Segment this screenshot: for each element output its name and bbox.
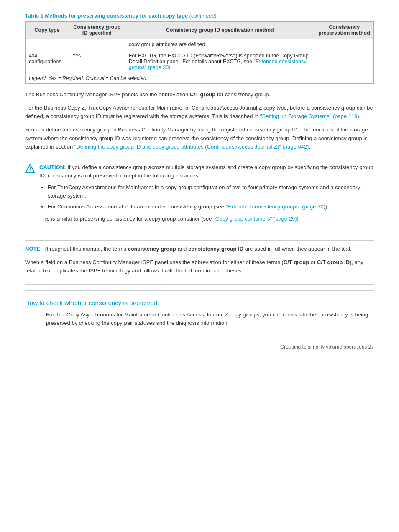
p3-end: . xyxy=(309,144,310,150)
page-footer: Grouping to simplify volume operations 2… xyxy=(25,344,374,350)
bold-ct-group: C/T group xyxy=(190,91,215,98)
divider-3 xyxy=(25,290,374,291)
note-bold-cg: consistency group xyxy=(128,246,176,252)
note-text-start: Throughout this manual, the terms xyxy=(42,246,128,252)
paragraph-2: For the Business Copy Z, TrueCopy Asynch… xyxy=(25,104,374,121)
col-header-copy-type: Copy type xyxy=(26,22,69,39)
list-item: For TrueCopy Asynchronous for Mainframe:… xyxy=(48,183,374,200)
note-label: NOTE: xyxy=(25,246,42,252)
caution-footer-end: ). xyxy=(297,216,300,222)
bullet2-end: ). xyxy=(325,203,329,210)
col-header-cg-specified: Consistency group ID specified xyxy=(69,22,125,39)
note-p2-start: When a field on a Business Continuity Ma… xyxy=(25,259,284,265)
legend-row: Legend: Yes = Required, Optional = Can b… xyxy=(26,73,374,84)
cell-copy-type-2: 4x4 configurations xyxy=(26,50,69,73)
note-mid3: or xyxy=(309,259,317,265)
divider-1 xyxy=(25,157,374,157)
paragraph-3: You can define a consistency group in Bu… xyxy=(25,126,374,151)
caption-text: Table 1 Methods for preserving consisten… xyxy=(25,13,188,19)
storage-systems-link[interactable]: "Setting up Storage Systems" (page 119) xyxy=(260,113,359,119)
methods-table: Copy type Consistency group ID specified… xyxy=(25,21,374,84)
paragraph-1: The Business Continuity Manager ISPF pan… xyxy=(25,90,374,99)
extended-cg-link-2[interactable]: "Extended consistency groups" (page 30) xyxy=(226,203,325,210)
caution-bold-not: not xyxy=(83,172,92,179)
cell-cg-specified-1 xyxy=(69,39,125,50)
cell-cg-method-1: copy group attributes are defined. xyxy=(125,39,315,50)
caution-text-end: preserved, except in the following insta… xyxy=(92,172,200,179)
note-bold-cgid: consistency group ID xyxy=(188,246,243,252)
svg-text:!: ! xyxy=(29,167,31,172)
note-mid1: and xyxy=(176,246,188,252)
table-row: copy group attributes are defined. xyxy=(26,39,374,50)
cell-cg-method-2: For EXCTG, the EXCTG ID (Forward/Reverse… xyxy=(125,50,315,73)
caution-block: ! CAUTION: If you define a consistency g… xyxy=(25,163,374,228)
caution-content: CAUTION: If you define a consistency gro… xyxy=(39,163,374,228)
caution-bullet-list: For TrueCopy Asynchronous for Mainframe:… xyxy=(48,183,374,211)
caution-text: CAUTION: If you define a consistency gro… xyxy=(39,163,374,180)
note-bold-ctgroup: C/T group xyxy=(284,259,309,265)
note-bold-ctgroupid: C/T group ID xyxy=(317,259,350,265)
cg-method-end: . xyxy=(170,64,171,70)
p2-end: . xyxy=(359,113,361,119)
divider-2 xyxy=(25,234,374,234)
copy-group-containers-link[interactable]: "Copy group containers" (page 29) xyxy=(213,216,297,222)
caution-label: CAUTION: xyxy=(39,164,66,170)
list-item: For Continuous Access Journal Z: In an e… xyxy=(48,203,374,211)
caution-footer-start: This is similar to preserving consistenc… xyxy=(39,216,213,222)
footer-text: Grouping to simplify volume operations 2… xyxy=(280,344,374,350)
bullet2-start: For Continuous Access Journal Z: In an e… xyxy=(48,203,226,210)
cell-preservation-1 xyxy=(315,39,374,50)
defining-copy-group-link[interactable]: "Defining the copy group ID and copy gro… xyxy=(74,144,309,150)
note-mid2: are used in full when they appear in the… xyxy=(243,246,352,252)
table-caption: Table 1 Methods for preserving consisten… xyxy=(25,13,374,19)
note-block: NOTE: Throughout this manual, the terms … xyxy=(25,240,374,285)
note-paragraph-2: When a field on a Business Continuity Ma… xyxy=(25,258,374,275)
col-header-preservation: Consistency preservation method xyxy=(315,22,374,39)
cell-copy-type-1 xyxy=(26,39,69,50)
table-row: 4x4 configurations Yes For EXCTG, the EX… xyxy=(26,50,374,73)
col-header-cg-method: Consistency group ID specification metho… xyxy=(125,22,315,39)
section-paragraph: For TrueCopy Asynchronous for Mainframe … xyxy=(25,311,374,327)
caption-continued: (continued) xyxy=(189,13,217,19)
content-section: The Business Continuity Manager ISPF pan… xyxy=(25,90,374,327)
cell-cg-specified-2: Yes xyxy=(69,50,125,73)
cell-preservation-2 xyxy=(315,50,374,73)
caution-footer: This is similar to preserving consistenc… xyxy=(39,215,374,223)
note-paragraph-1: NOTE: Throughout this manual, the terms … xyxy=(25,245,374,253)
section-heading: How to check whether consistency is pres… xyxy=(25,299,374,306)
caution-icon: ! xyxy=(25,164,35,228)
legend-text: Legend: Yes = Required, Optional = Can b… xyxy=(26,73,374,84)
caution-triangle-icon: ! xyxy=(25,164,35,173)
